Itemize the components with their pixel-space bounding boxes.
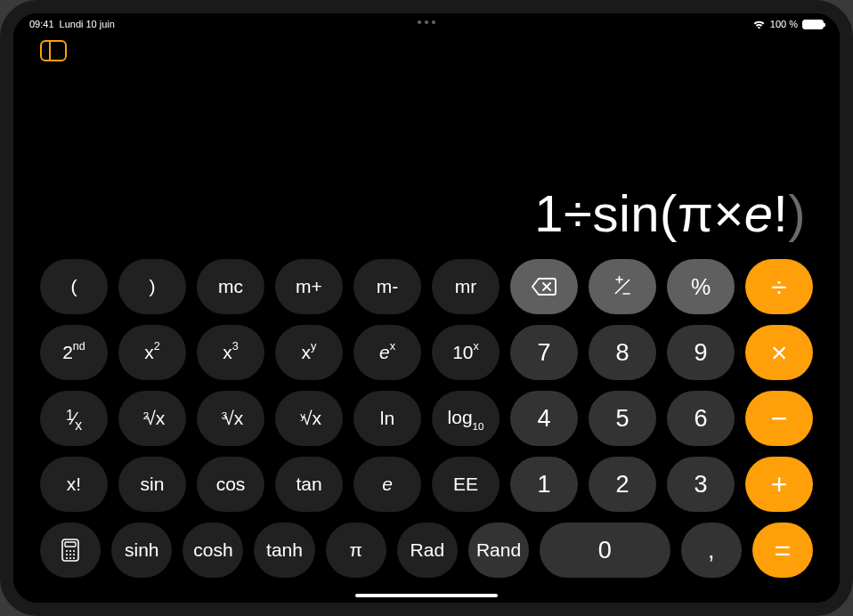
key-reciprocal[interactable]: 1⁄x [40,391,108,446]
status-bar: 09:41 Lundi 10 juin 100 % [13,13,840,35]
key-10-pow-x[interactable]: 10x [432,325,500,380]
key-sign[interactable] [589,259,656,314]
key-right-paren[interactable]: ) [118,259,186,314]
key-x-squared[interactable]: x2 [118,325,186,380]
key-m-plus[interactable]: m+ [275,259,343,314]
expr-part: 1÷sin(π× [534,184,743,242]
key-7[interactable]: 7 [510,325,578,380]
key-multiply[interactable]: × [745,325,813,380]
key-8[interactable]: 8 [589,325,656,380]
home-indicator[interactable] [355,594,498,597]
calculator-display: 1÷sin(π×e!) [13,35,840,259]
svg-point-8 [66,557,68,559]
svg-point-2 [66,550,68,552]
key-factorial[interactable]: x! [40,457,108,512]
key-backspace[interactable] [510,259,578,314]
keypad: ( ) mc m+ m- mr % ÷ [13,259,840,603]
ipad-frame: 09:41 Lundi 10 juin 100 % 1÷sin(π×e!) [0,0,853,616]
key-sqrt[interactable]: 2√x [118,391,186,446]
key-e-pow-x[interactable]: ex [353,325,421,380]
multitask-dots[interactable] [13,20,840,24]
svg-rect-1 [65,542,76,547]
expr-part: ! [774,184,789,242]
key-yroot[interactable]: y√x [275,391,343,446]
svg-point-4 [73,550,75,552]
key-x-pow-y[interactable]: xy [275,325,343,380]
key-calculator-mode[interactable] [40,523,101,578]
sidebar-toggle-icon[interactable] [40,40,67,61]
side-indicator [2,316,4,319]
expr-euler: e [744,184,774,242]
key-tan[interactable]: tan [275,457,343,512]
key-5[interactable]: 5 [589,391,656,446]
key-percent[interactable]: % [667,259,735,314]
svg-point-7 [73,554,75,555]
battery-icon [802,20,824,29]
key-e[interactable]: e [353,457,421,512]
key-9[interactable]: 9 [667,325,735,380]
key-equals[interactable]: = [752,523,813,578]
svg-point-3 [69,550,71,552]
key-6[interactable]: 6 [667,391,735,446]
key-ee[interactable]: EE [432,457,500,512]
key-rad[interactable]: Rad [397,523,458,578]
key-log10[interactable]: log10 [432,391,500,446]
key-plus[interactable]: + [745,457,813,512]
expr-close-paren: ) [788,184,806,242]
key-left-paren[interactable]: ( [40,259,108,314]
key-2[interactable]: 2 [589,457,656,512]
key-0[interactable]: 0 [540,523,670,578]
svg-point-10 [73,557,75,559]
key-sin[interactable]: sin [118,457,186,512]
key-2nd[interactable]: 2nd [40,325,108,380]
key-x-cubed[interactable]: x3 [197,325,264,380]
key-decimal[interactable]: , [681,523,742,578]
key-4[interactable]: 4 [510,391,578,446]
key-sinh[interactable]: sinh [111,523,172,578]
key-minus[interactable]: − [745,391,813,446]
key-cosh[interactable]: cosh [183,523,243,578]
key-cbrt[interactable]: 3√x [197,391,264,446]
key-m-minus[interactable]: m- [353,259,421,314]
key-cos[interactable]: cos [197,457,264,512]
key-pi[interactable]: π [326,523,386,578]
screen: 09:41 Lundi 10 juin 100 % 1÷sin(π×e!) [13,13,840,603]
svg-point-5 [66,554,68,555]
key-mr[interactable]: mr [432,259,500,314]
calculator-icon [61,539,79,562]
key-3[interactable]: 3 [667,457,735,512]
key-ln[interactable]: ln [353,391,421,446]
key-mc[interactable]: mc [197,259,264,314]
key-tanh[interactable]: tanh [254,523,314,578]
key-rand[interactable]: Rand [468,523,529,578]
svg-point-6 [69,554,71,555]
plus-minus-icon [612,276,633,297]
backspace-icon [531,277,557,296]
key-divide[interactable]: ÷ [745,259,813,314]
key-1[interactable]: 1 [510,457,578,512]
svg-point-9 [69,557,71,559]
